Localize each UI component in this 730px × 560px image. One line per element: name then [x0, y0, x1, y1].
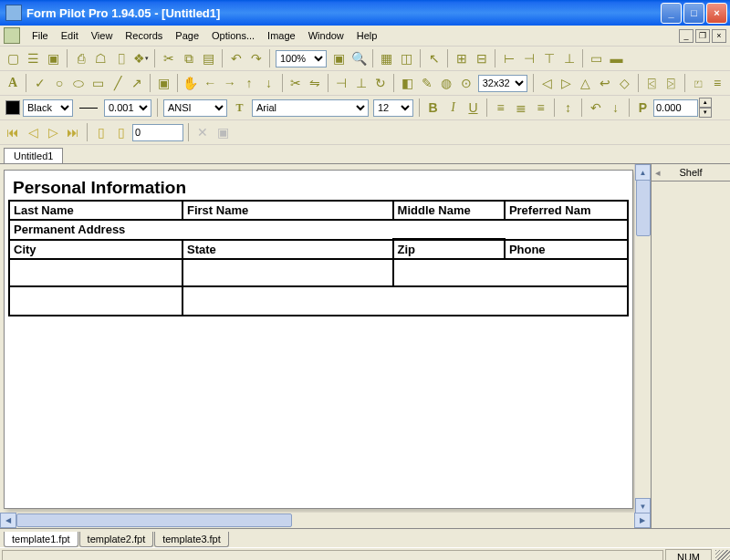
nav-save-icon[interactable]: ▣ — [214, 123, 232, 141]
brush-icon[interactable]: ✎ — [418, 74, 436, 93]
canvas[interactable]: Personal Information Last Name First Nam… — [0, 164, 651, 513]
underline-button[interactable]: U — [464, 99, 483, 118]
down-icon[interactable]: ↓ — [259, 74, 277, 93]
paragraph-button[interactable]: P — [633, 99, 652, 118]
scroll-right-icon[interactable]: ▶ — [634, 513, 651, 528]
icon-size-select[interactable]: 32x32 — [478, 75, 527, 92]
paste-icon[interactable]: ▤ — [199, 49, 218, 68]
nav-last-icon[interactable]: ⏭ — [64, 123, 82, 141]
hand-icon[interactable]: ✋ — [182, 74, 200, 93]
rect-icon[interactable]: ▭ — [89, 74, 107, 93]
menu-help[interactable]: Help — [350, 28, 384, 43]
line-width-select[interactable]: 0.001 — [104, 99, 151, 117]
line-icon[interactable]: ╱ — [109, 74, 127, 93]
menu-edit[interactable]: Edit — [55, 28, 85, 43]
scroll-thumb[interactable] — [636, 180, 651, 236]
move-back-icon[interactable]: ⍃ — [642, 74, 661, 93]
horizontal-scrollbar[interactable]: ◀ ▶ — [0, 513, 651, 528]
scroll-left-icon[interactable]: ◀ — [0, 513, 16, 528]
right-icon[interactable]: → — [221, 74, 239, 93]
menu-records[interactable]: Records — [119, 28, 169, 43]
diamond-icon[interactable]: ◇ — [615, 74, 633, 93]
record-input[interactable] — [132, 124, 183, 141]
triangle-right-icon[interactable]: ▷ — [557, 74, 575, 93]
font-select[interactable]: Arial — [252, 99, 369, 117]
layer-icon[interactable]: ≡ — [708, 74, 726, 93]
align-left-icon[interactable]: ⊢ — [499, 49, 518, 68]
minimize-button[interactable]: _ — [661, 3, 682, 24]
menu-file[interactable]: File — [26, 28, 55, 43]
scan-icon[interactable]: ⌷ — [111, 49, 130, 68]
arrow-icon[interactable]: ↗ — [128, 74, 146, 93]
file-tab-3[interactable]: template3.fpt — [154, 532, 229, 547]
ungroup-icon[interactable]: ⊟ — [472, 49, 491, 68]
lock-icon[interactable]: ⏍ — [688, 74, 706, 93]
flip-h-icon[interactable]: ⇋ — [306, 74, 324, 93]
snap-icon[interactable]: ◫ — [397, 49, 416, 68]
mdi-minimize[interactable]: _ — [679, 29, 694, 43]
encoding-select[interactable]: ANSI — [163, 99, 227, 117]
align-v-icon[interactable]: ↕ — [558, 99, 578, 118]
image-icon[interactable]: ▣ — [154, 74, 172, 93]
left-icon[interactable]: ← — [201, 74, 219, 93]
align-center-icon[interactable]: ⊣ — [519, 49, 538, 68]
bring-front-icon[interactable]: ▬ — [607, 49, 626, 68]
menu-view[interactable]: View — [85, 28, 120, 43]
nav-pages-icon[interactable]: ▯ — [112, 123, 130, 141]
text-align-left-icon[interactable]: ≡ — [491, 99, 510, 118]
cut-icon[interactable]: ✂ — [159, 49, 178, 68]
file-tab-1[interactable]: template1.fpt — [4, 532, 78, 547]
mdi-restore[interactable]: ❐ — [695, 29, 710, 43]
font-size-select[interactable]: 12 — [373, 99, 413, 117]
twain-icon[interactable]: ❖▾ — [131, 49, 151, 68]
zoom-select[interactable]: 100% — [276, 50, 327, 67]
save-icon[interactable]: ▣ — [44, 49, 63, 68]
rotate-icon[interactable]: ↻ — [371, 74, 390, 93]
undo-icon[interactable]: ↶ — [226, 49, 245, 68]
menu-page[interactable]: Page — [169, 28, 205, 43]
triangle-left-icon[interactable]: ◁ — [537, 74, 556, 93]
eraser-icon[interactable]: ◧ — [398, 74, 416, 93]
nav-next-icon[interactable]: ▷ — [44, 123, 62, 141]
mirror-v-icon[interactable]: ⊥ — [352, 74, 370, 93]
italic-button[interactable]: I — [443, 99, 463, 118]
nav-delete-icon[interactable]: ✕ — [193, 123, 212, 141]
arrow-back-icon[interactable]: ↩ — [596, 74, 614, 93]
triangle-up-icon[interactable]: △ — [577, 74, 595, 93]
spin-down[interactable]: ▾ — [699, 108, 712, 118]
nav-page-icon[interactable]: ▯ — [92, 123, 110, 141]
vertical-scrollbar[interactable]: ▲ ▼ — [634, 164, 651, 513]
zoom-fit-icon[interactable]: ▣ — [329, 49, 349, 68]
shelf-body[interactable] — [652, 181, 730, 528]
spin-up[interactable]: ▴ — [699, 98, 712, 108]
close-button[interactable]: × — [706, 3, 727, 24]
mirror-h-icon[interactable]: ⊣ — [332, 74, 350, 93]
resize-grip[interactable] — [715, 550, 730, 560]
circle-icon[interactable]: ○ — [50, 74, 68, 93]
dropper-icon[interactable]: ⊙ — [456, 74, 474, 93]
file-tab-2[interactable]: template2.fpt — [79, 532, 154, 547]
ellipse-icon[interactable]: ⬭ — [69, 74, 88, 93]
nav-first-icon[interactable]: ⏮ — [4, 123, 22, 141]
text-align-center-icon[interactable]: ≣ — [511, 99, 530, 118]
rotate-left-icon[interactable]: ↶ — [586, 99, 605, 118]
grid-icon[interactable]: ▦ — [377, 49, 396, 68]
menu-options[interactable]: Options... — [205, 28, 261, 43]
check-icon[interactable]: ✓ — [30, 74, 48, 93]
align-top-icon[interactable]: ⊤ — [539, 49, 558, 68]
text-align-right-icon[interactable]: ≡ — [531, 99, 550, 118]
color-swatch[interactable] — [5, 100, 20, 115]
spacing-input[interactable] — [653, 99, 698, 117]
mdi-close[interactable]: × — [712, 29, 726, 43]
text-tool-icon[interactable]: A — [4, 74, 22, 93]
color-select[interactable]: Black — [23, 99, 73, 117]
align-bottom-icon[interactable]: ⊥ — [559, 49, 579, 68]
scroll-down-icon[interactable]: ▼ — [635, 498, 651, 513]
send-back-icon[interactable]: ▭ — [587, 49, 606, 68]
doc-tab-untitled[interactable]: Untitled1 — [4, 148, 63, 163]
nav-prev-icon[interactable]: ◁ — [24, 123, 42, 141]
rotate-down-icon[interactable]: ↓ — [606, 99, 625, 118]
up-icon[interactable]: ↑ — [240, 74, 258, 93]
group-icon[interactable]: ⊞ — [452, 49, 471, 68]
scroll-thumb-h[interactable] — [16, 513, 292, 527]
